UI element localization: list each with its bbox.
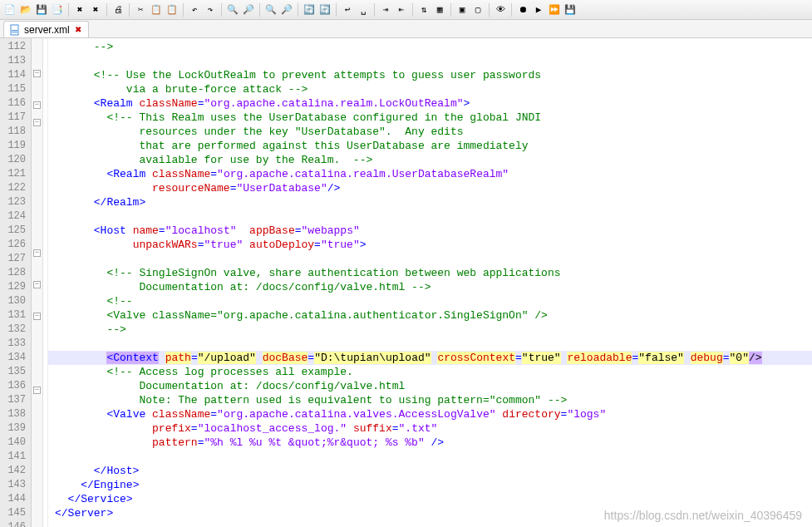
code-line[interactable]: </Server>	[55, 506, 812, 520]
toolbar-open-icon[interactable]: 📂	[19, 3, 32, 17]
line-number-gutter: 1121131141151161171181191201211221231241…	[0, 38, 32, 527]
code-line[interactable]	[55, 252, 812, 266]
code-line[interactable]: </Service>	[55, 492, 812, 506]
toolbar-macro-save-icon[interactable]: 💾	[563, 3, 577, 17]
code-line[interactable]	[55, 520, 812, 527]
svg-rect-1	[12, 30, 17, 31]
toolbar-refresh-icon[interactable]: 🔄	[318, 3, 332, 17]
code-line[interactable]	[55, 450, 812, 464]
code-line[interactable]: <Realm className="org.apache.catalina.re…	[55, 96, 812, 111]
toolbar-undo-icon[interactable]: ↶	[188, 3, 201, 17]
code-line[interactable]: </Engine>	[55, 478, 812, 492]
code-line[interactable]: unpackWARs="true" autoDeploy="true">	[55, 238, 812, 252]
toolbar-replace-icon[interactable]: 🔎	[242, 3, 255, 17]
code-line[interactable]: Note: The pattern used is equivalent to …	[55, 393, 812, 407]
code-line[interactable]	[55, 54, 812, 68]
code-line[interactable]: that are performed against this UserData…	[55, 139, 812, 153]
toolbar-cols-icon[interactable]: ▦	[433, 3, 446, 17]
toolbar-fold-icon[interactable]: ▣	[455, 3, 469, 17]
code-line[interactable]	[55, 209, 812, 224]
code-line[interactable]: Documentation at: /docs/config/valve.htm…	[55, 280, 812, 294]
toolbar-save-icon[interactable]: 💾	[35, 3, 48, 17]
code-line[interactable]: resources under the key "UserDatabase". …	[55, 125, 812, 139]
toolbar-redo-icon[interactable]: ↷	[204, 3, 217, 17]
toolbar-close-icon[interactable]: ✖	[73, 3, 86, 17]
code-area[interactable]: --> <!-- Use the LockOutRealm to prevent…	[48, 38, 812, 527]
close-tab-icon[interactable]: ✖	[73, 25, 83, 35]
toolbar-macro-rec-icon[interactable]: ⏺	[516, 3, 529, 17]
code-line[interactable]: via a brute-force attack -->	[55, 82, 812, 96]
code-line[interactable]: <Realm className="org.apache.catalina.re…	[55, 167, 812, 181]
toolbar-macro-fast-icon[interactable]: ⏩	[548, 3, 561, 17]
code-line[interactable]: <Valve className="org.apache.catalina.au…	[55, 308, 812, 323]
code-line[interactable]: <!-- Access log processes all example.	[55, 365, 812, 379]
toolbar-macro-play-icon[interactable]: ▶	[532, 3, 545, 17]
toolbar: 📄📂💾📑✖✖🖨✂📋📋↶↷🔍🔎🔍🔎🔄🔄↩␣⇥⇤⇅▦▣▢👁⏺▶⏩💾	[0, 0, 812, 20]
code-line[interactable]: <Context path="/upload" docBase="D:\tupi…	[55, 351, 812, 365]
toolbar-find-icon[interactable]: 🔍	[226, 3, 239, 17]
toolbar-cut-icon[interactable]: ✂	[134, 3, 147, 17]
toolbar-new-icon[interactable]: 📄	[3, 3, 17, 17]
toolbar-zoom-out-icon[interactable]: 🔎	[280, 3, 293, 17]
code-line[interactable]: Documentation at: /docs/config/valve.htm…	[55, 379, 812, 393]
toolbar-sort-icon[interactable]: ⇅	[417, 3, 431, 17]
code-line[interactable]: </Host>	[55, 464, 812, 478]
code-line[interactable]: prefix="localhost_access_log." suffix=".…	[55, 421, 812, 436]
code-line[interactable]	[55, 337, 812, 351]
toolbar-paste-icon[interactable]: 📋	[165, 3, 179, 17]
code-line[interactable]: -->	[55, 40, 812, 54]
tab-filename: server.xml	[24, 24, 70, 36]
code-line[interactable]: <Host name="localhost" appBase="webapps"	[55, 224, 812, 238]
code-line[interactable]: <Valve className="org.apache.catalina.va…	[55, 407, 812, 421]
toolbar-show-ws-icon[interactable]: ␣	[357, 3, 370, 17]
toolbar-copy-icon[interactable]: 📋	[150, 3, 163, 17]
toolbar-hide-icon[interactable]: 👁	[494, 3, 507, 17]
code-line[interactable]: -->	[55, 323, 812, 337]
toolbar-outdent-icon[interactable]: ⇤	[395, 3, 408, 17]
toolbar-closeall-icon[interactable]: ✖	[89, 3, 102, 17]
code-line[interactable]: available for use by the Realm. -->	[55, 153, 812, 167]
toolbar-unfold-icon[interactable]: ▢	[471, 3, 485, 17]
code-line[interactable]: <!-- This Realm uses the UserDatabase co…	[55, 111, 812, 125]
code-line[interactable]: pattern="%h %l %u %t &quot;%r&quot; %s %…	[55, 436, 812, 450]
toolbar-zoom-in-icon[interactable]: 🔍	[264, 3, 278, 17]
toolbar-word-wrap-icon[interactable]: ↩	[341, 3, 354, 17]
file-tab-server-xml[interactable]: server.xml ✖	[3, 21, 89, 37]
code-line[interactable]: resourceName="UserDatabase"/>	[55, 181, 812, 195]
toolbar-print-icon[interactable]: 🖨	[111, 3, 125, 17]
toolbar-indent-icon[interactable]: ⇥	[379, 3, 392, 17]
file-icon	[9, 24, 21, 36]
code-line[interactable]: <!-- Use the LockOutRealm to prevent att…	[55, 68, 812, 82]
fold-gutter[interactable]: −−−−−−−	[32, 38, 43, 527]
toolbar-saveall-icon[interactable]: 📑	[51, 3, 64, 17]
code-line[interactable]: </Realm>	[55, 195, 812, 209]
tab-bar: server.xml ✖	[0, 20, 812, 38]
code-line[interactable]: <!-- SingleSignOn valve, share authentic…	[55, 266, 812, 280]
code-editor[interactable]: 1121131141151161171181191201211221231241…	[0, 38, 812, 527]
toolbar-sync-icon[interactable]: 🔄	[303, 3, 316, 17]
code-line[interactable]: <!--	[55, 294, 812, 308]
svg-rect-2	[12, 32, 17, 32]
